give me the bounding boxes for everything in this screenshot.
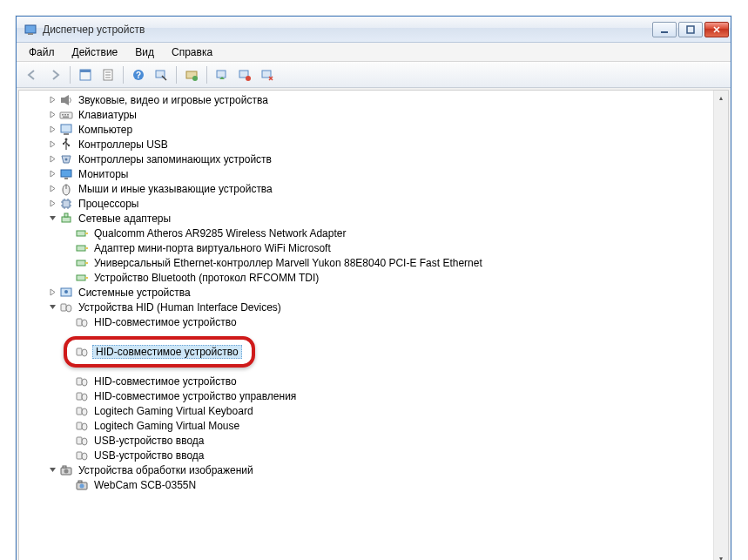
tree-item[interactable]: Процессоры <box>23 196 728 211</box>
computer-icon <box>59 123 73 137</box>
tree-item[interactable]: Универсальный Ethernet-контроллер Marvel… <box>23 255 728 270</box>
hid-device-icon <box>75 449 89 462</box>
collapse-icon[interactable] <box>47 301 58 313</box>
expand-icon[interactable] <box>47 124 58 135</box>
svg-point-30 <box>65 158 68 160</box>
tree-item[interactable]: Адаптер мини-порта виртуального WiFi Mic… <box>23 240 728 255</box>
expander-spacer <box>63 479 74 490</box>
expand-icon[interactable] <box>47 183 58 194</box>
tree-item[interactable]: Qualcomm Atheros AR9285 Wireless Network… <box>23 226 728 240</box>
svg-rect-73 <box>77 422 82 429</box>
tree-item[interactable]: Контроллеры запоминающих устройств <box>23 152 728 166</box>
hid-device-icon <box>75 345 89 359</box>
svg-rect-44 <box>62 217 71 222</box>
update-driver-button[interactable] <box>181 64 202 85</box>
svg-point-78 <box>82 453 87 460</box>
maximize-button[interactable] <box>678 22 703 37</box>
expand-icon[interactable] <box>47 153 58 165</box>
tree-item-label: Мониторы <box>77 168 130 180</box>
menu-help[interactable]: Справка <box>163 44 221 60</box>
close-button[interactable] <box>704 22 729 37</box>
tree-item[interactable]: HID-совместимое устройство управления <box>23 388 728 403</box>
tree-item-label: Универсальный Ethernet-контроллер Marvel… <box>92 257 484 269</box>
scroll-up-arrow[interactable]: ▴ <box>714 91 728 105</box>
tree-item[interactable]: Звуковые, видео и игровые устройства <box>23 92 728 107</box>
toolbar: ? <box>17 62 731 88</box>
svg-rect-59 <box>77 319 82 326</box>
tree-item[interactable]: USB-устройство ввода <box>23 433 728 448</box>
vertical-scrollbar[interactable]: ▴ ▾ <box>713 91 728 560</box>
enable-button[interactable] <box>257 64 278 85</box>
show-hidden-button[interactable] <box>75 64 96 85</box>
minimize-button[interactable] <box>652 22 677 37</box>
tree-item[interactable]: Системные устройства <box>23 285 728 300</box>
svg-point-17 <box>246 76 251 81</box>
tree-item[interactable]: Клавиатуры <box>23 107 728 122</box>
expand-icon[interactable] <box>47 198 58 209</box>
tree-item-label: Процессоры <box>77 198 141 210</box>
mouse-icon <box>59 182 73 196</box>
expander-spacer <box>63 257 74 268</box>
svg-point-74 <box>82 423 87 430</box>
toolbar-separator <box>123 66 124 84</box>
svg-rect-2 <box>661 31 668 33</box>
properties-button[interactable] <box>98 64 118 85</box>
menu-file[interactable]: Файл <box>20 44 64 60</box>
menu-action[interactable]: Действие <box>64 44 127 60</box>
tree-item-label: Мыши и иные указывающие устройства <box>77 183 274 195</box>
disable-button[interactable] <box>234 64 255 85</box>
svg-rect-50 <box>85 247 88 249</box>
tree-item[interactable]: Logitech Gaming Virtual Mouse <box>23 418 728 433</box>
expand-icon[interactable] <box>47 287 58 298</box>
svg-point-29 <box>68 144 70 145</box>
svg-rect-63 <box>77 348 82 355</box>
tree-item[interactable]: HID-совместимое устройство <box>23 314 728 329</box>
help-button[interactable]: ? <box>128 64 149 85</box>
tree-item[interactable]: Сетевые адаптеры <box>23 211 728 226</box>
device-tree: Звуковые, видео и игровые устройстваКлав… <box>19 91 728 494</box>
scan-hardware-button[interactable] <box>151 64 172 85</box>
device-tree-panel[interactable]: Звуковые, видео и игровые устройстваКлав… <box>18 90 729 560</box>
expand-icon[interactable] <box>47 138 58 150</box>
svg-point-72 <box>82 408 87 415</box>
menu-view[interactable]: Вид <box>126 44 163 60</box>
expander-spacer <box>63 435 74 446</box>
tree-item-label: USB-устройство ввода <box>92 435 206 447</box>
tree-item[interactable]: Контроллеры USB <box>23 137 728 152</box>
app-icon <box>24 23 37 37</box>
tree-item[interactable]: Устройства HID (Human Interface Devices) <box>23 300 728 314</box>
forward-button[interactable] <box>44 64 65 85</box>
expand-icon[interactable] <box>47 94 58 105</box>
tree-item-label: Qualcomm Atheros AR9285 Wireless Network… <box>92 227 347 240</box>
tree-item[interactable]: Устройство Bluetooth (протокол RFCOMM TD… <box>23 270 728 285</box>
svg-rect-22 <box>64 114 66 116</box>
uninstall-button[interactable] <box>212 64 232 85</box>
tree-item[interactable]: HID-совместимое устройство <box>23 374 728 388</box>
expander-spacer <box>63 242 74 253</box>
tree-item[interactable]: Logitech Gaming Virtual Keyboard <box>23 403 728 418</box>
tree-item[interactable]: USB-устройство ввода <box>23 448 728 462</box>
expand-icon[interactable] <box>47 109 58 120</box>
svg-rect-5 <box>80 70 91 72</box>
back-button[interactable] <box>22 64 43 85</box>
tree-item[interactable]: Устройства обработки изображений <box>23 462 728 477</box>
expander-spacer <box>63 375 74 387</box>
tree-item[interactable]: Компьютер <box>23 122 728 137</box>
titlebar[interactable]: Диспетчер устройств <box>17 17 731 43</box>
scroll-track[interactable] <box>714 105 728 551</box>
svg-point-58 <box>66 305 71 312</box>
tree-item[interactable]: Мониторы <box>23 166 728 181</box>
tree-item-label: HID-совместимое устройство <box>92 375 239 388</box>
svg-rect-69 <box>77 393 82 400</box>
tree-item[interactable]: WebCam SCB-0355N <box>23 477 728 492</box>
hid-device-icon <box>75 389 89 403</box>
hid-device-icon <box>75 419 89 433</box>
scroll-down-arrow[interactable]: ▾ <box>714 551 728 560</box>
expand-icon[interactable] <box>47 168 58 179</box>
collapse-icon[interactable] <box>47 464 58 476</box>
toolbar-separator <box>206 66 207 84</box>
collapse-icon[interactable] <box>47 213 58 224</box>
svg-rect-35 <box>63 200 70 207</box>
tree-item[interactable]: Мыши и иные указывающие устройства <box>23 181 728 196</box>
tree-item[interactable]: HID-совместимое устройство <box>23 344 728 359</box>
